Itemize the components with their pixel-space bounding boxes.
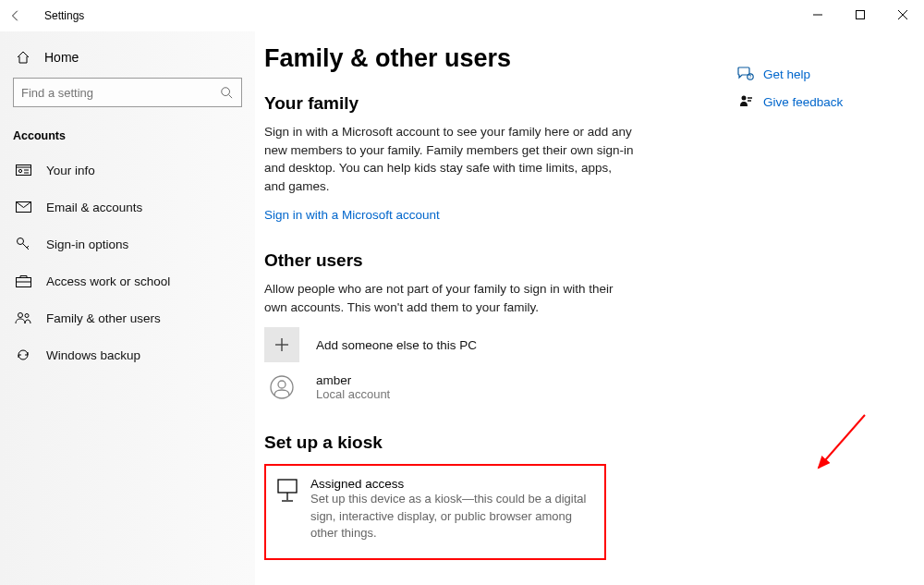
add-user-label: Add someone else to this PC bbox=[316, 338, 477, 352]
people-icon bbox=[13, 311, 33, 324]
svg-point-22 bbox=[278, 381, 286, 388]
sidebar-home-label: Home bbox=[44, 50, 79, 65]
section-title: Other users bbox=[264, 250, 634, 271]
sidebar-item-work-school[interactable]: Access work or school bbox=[0, 262, 255, 299]
close-icon bbox=[898, 10, 907, 19]
svg-point-18 bbox=[25, 314, 29, 318]
user-avatar bbox=[264, 370, 299, 405]
give-feedback-link[interactable]: Give feedback bbox=[736, 94, 893, 109]
window-controls bbox=[796, 0, 924, 30]
sidebar-item-windows-backup[interactable]: Windows backup bbox=[0, 336, 255, 373]
kiosk-icon bbox=[275, 477, 298, 542]
sidebar-item-signin-options[interactable]: Sign-in options bbox=[0, 225, 255, 262]
svg-point-12 bbox=[17, 238, 23, 244]
help-panel: ? Get help Give feedback bbox=[736, 67, 893, 122]
sidebar-item-label: Windows backup bbox=[46, 348, 140, 362]
section-kiosk: Set up a kiosk bbox=[264, 433, 634, 453]
close-button[interactable] bbox=[881, 0, 924, 30]
user-name: amber bbox=[316, 373, 390, 387]
key-icon bbox=[13, 237, 33, 252]
titlebar: Settings bbox=[0, 0, 924, 31]
give-feedback-label: Give feedback bbox=[763, 95, 843, 109]
assigned-access-subtitle: Set up this device as a kiosk—this could… bbox=[310, 491, 595, 542]
svg-line-14 bbox=[27, 246, 29, 248]
search-icon bbox=[219, 86, 234, 99]
other-users-description: Allow people who are not part of your fa… bbox=[264, 280, 634, 316]
svg-rect-1 bbox=[857, 11, 865, 19]
svg-rect-6 bbox=[16, 165, 30, 176]
id-card-icon bbox=[13, 164, 33, 177]
minimize-button[interactable] bbox=[796, 0, 839, 30]
sidebar-item-label: Family & other users bbox=[46, 311, 161, 325]
signin-msft-link[interactable]: Sign in with a Microsoft account bbox=[264, 208, 440, 222]
sidebar-item-email-accounts[interactable]: Email & accounts bbox=[0, 189, 255, 225]
briefcase-icon bbox=[13, 274, 33, 287]
home-icon bbox=[13, 50, 33, 65]
arrow-left-icon bbox=[9, 9, 22, 22]
sidebar-group-header: Accounts bbox=[0, 113, 255, 152]
section-your-family: Your family Sign in with a Microsoft acc… bbox=[264, 93, 634, 223]
family-description: Sign in with a Microsoft account to see … bbox=[264, 123, 634, 195]
person-icon bbox=[270, 375, 294, 399]
get-help-link[interactable]: ? Get help bbox=[736, 67, 893, 81]
sidebar: Home Accounts Your info Email & accounts… bbox=[0, 31, 255, 585]
sidebar-item-label: Email & accounts bbox=[46, 201, 142, 214]
sidebar-item-label: Sign-in options bbox=[46, 238, 128, 251]
add-user-row[interactable]: Add someone else to this PC bbox=[264, 327, 634, 362]
sidebar-home[interactable]: Home bbox=[0, 37, 255, 78]
feedback-icon bbox=[736, 94, 756, 109]
user-account-row[interactable]: amber Local account bbox=[264, 370, 634, 405]
assigned-access-row[interactable]: Assigned access Set up this device as a … bbox=[264, 464, 606, 560]
search-box[interactable] bbox=[13, 78, 242, 107]
sidebar-item-label: Access work or school bbox=[46, 274, 170, 288]
chat-help-icon: ? bbox=[736, 67, 756, 81]
get-help-label: Get help bbox=[763, 67, 810, 81]
sync-icon bbox=[13, 347, 33, 362]
annotation-arrow bbox=[809, 410, 883, 484]
user-type: Local account bbox=[316, 387, 390, 401]
section-title: Your family bbox=[264, 93, 634, 114]
svg-point-17 bbox=[18, 313, 23, 318]
svg-line-5 bbox=[229, 95, 233, 99]
search-input[interactable] bbox=[21, 86, 219, 100]
section-title: Set up a kiosk bbox=[264, 433, 634, 453]
window-title: Settings bbox=[31, 9, 84, 22]
minimize-icon bbox=[813, 10, 822, 19]
mail-icon bbox=[13, 201, 33, 213]
maximize-icon bbox=[856, 10, 865, 19]
sidebar-item-label: Your info bbox=[46, 164, 95, 177]
back-button[interactable] bbox=[0, 0, 31, 31]
plus-icon bbox=[274, 337, 289, 352]
assigned-access-title: Assigned access bbox=[310, 477, 595, 491]
svg-point-8 bbox=[18, 169, 21, 172]
maximize-button[interactable] bbox=[839, 0, 881, 30]
svg-point-4 bbox=[222, 88, 230, 96]
svg-rect-23 bbox=[278, 480, 297, 493]
section-other-users: Other users Allow people who are not par… bbox=[264, 250, 634, 405]
plus-tile bbox=[264, 327, 299, 362]
svg-point-28 bbox=[742, 96, 747, 101]
sidebar-item-family-users[interactable]: Family & other users bbox=[0, 299, 255, 336]
svg-text:?: ? bbox=[749, 74, 752, 79]
sidebar-item-your-info[interactable]: Your info bbox=[0, 152, 255, 189]
svg-line-29 bbox=[819, 415, 865, 468]
content-area: Family & other users Your family Sign in… bbox=[255, 31, 924, 585]
